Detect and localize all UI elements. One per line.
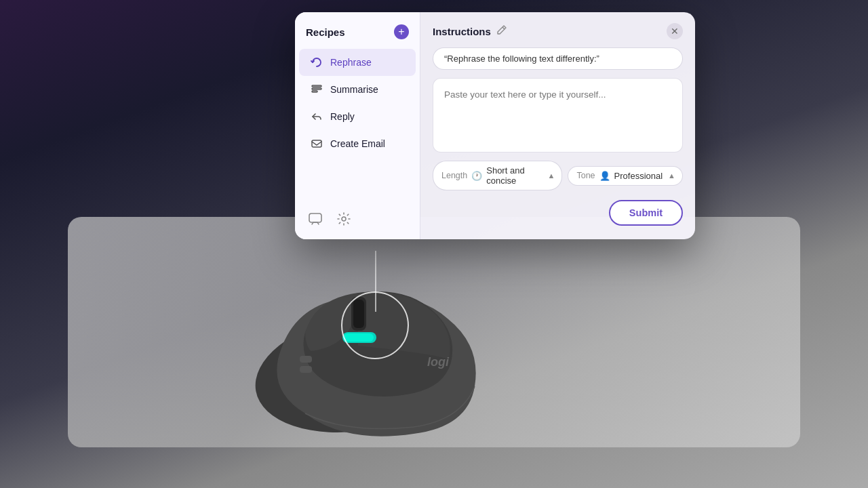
sidebar-item-rephrase[interactable]: Rephrase	[299, 49, 416, 76]
edit-icon[interactable]	[496, 24, 507, 38]
sidebar-item-create-email[interactable]: Create Email	[299, 130, 416, 157]
svg-text:logi: logi	[427, 355, 450, 369]
length-control[interactable]: Length 🕐 Short and concise ▲	[433, 161, 562, 190]
tone-chevron: ▲	[668, 171, 675, 180]
rephrase-label: Rephrase	[330, 57, 372, 68]
tone-value: Professional	[614, 171, 663, 181]
recipes-footer	[295, 203, 420, 228]
settings-icon[interactable]	[334, 209, 353, 228]
tone-label: Tone	[576, 171, 595, 180]
svg-rect-12	[309, 214, 321, 222]
sidebar-item-reply[interactable]: Reply	[299, 103, 416, 130]
instruction-tag: “Rephrase the following text differently…	[433, 47, 683, 70]
length-label: Length	[441, 171, 467, 180]
svg-rect-8	[312, 85, 321, 87]
reply-label: Reply	[330, 111, 355, 122]
submit-button[interactable]: Submit	[609, 200, 683, 226]
length-value: Short and concise	[486, 165, 542, 186]
text-input[interactable]	[433, 78, 683, 152]
svg-point-13	[342, 217, 346, 221]
mouse-highlight-circle	[341, 291, 409, 359]
instructions-title: Instructions	[433, 26, 491, 37]
reply-icon	[310, 110, 323, 123]
clock-icon: 🕐	[471, 171, 482, 181]
main-popup: Recipes + Rephrase Summarise	[295, 12, 695, 239]
close-button[interactable]: ✕	[667, 23, 683, 39]
sidebar-item-summarise[interactable]: Summarise	[299, 76, 416, 103]
rephrase-icon	[310, 56, 323, 69]
svg-rect-9	[312, 88, 321, 89]
length-chevron: ▲	[548, 171, 555, 180]
summarise-icon	[310, 83, 323, 96]
svg-rect-11	[312, 140, 321, 147]
controls-row: Length 🕐 Short and concise ▲ Tone 👤 Prof…	[433, 161, 683, 190]
instructions-panel: Instructions ✕ “Rephrase the following t…	[420, 12, 695, 239]
svg-rect-10	[312, 91, 317, 92]
recipes-panel: Recipes + Rephrase Summarise	[295, 12, 420, 239]
person-icon: 👤	[599, 171, 610, 181]
email-icon	[310, 137, 323, 150]
svg-rect-5	[300, 356, 312, 363]
create-email-label: Create Email	[330, 138, 385, 149]
instructions-title-area: Instructions	[433, 24, 507, 38]
recipes-header: Recipes +	[295, 24, 420, 49]
add-recipe-button[interactable]: +	[394, 24, 409, 39]
chat-icon[interactable]	[306, 209, 325, 228]
instructions-header: Instructions ✕	[433, 23, 683, 39]
svg-rect-6	[300, 366, 312, 373]
submit-row: Submit	[433, 200, 683, 226]
recipes-title: Recipes	[306, 26, 345, 38]
tone-control[interactable]: Tone 👤 Professional ▲	[568, 166, 683, 186]
summarise-label: Summarise	[330, 84, 378, 95]
